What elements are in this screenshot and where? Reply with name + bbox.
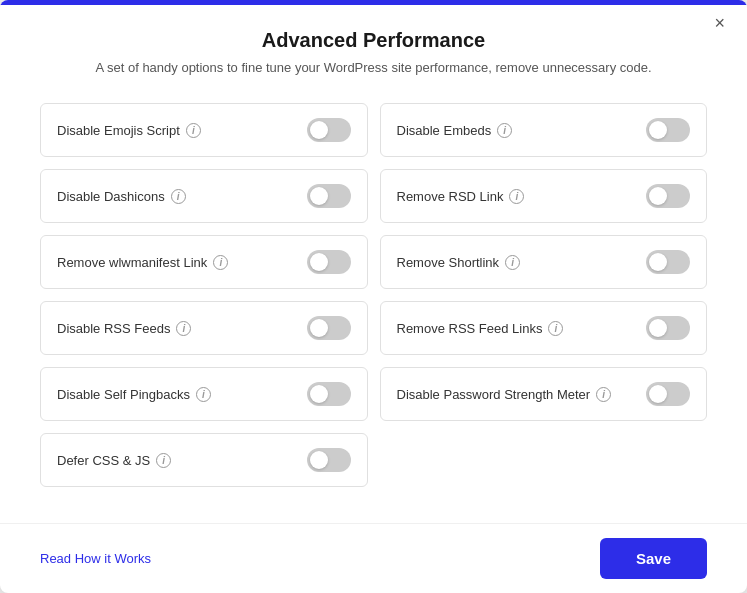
option-label-text-disable-dashicons: Disable Dashicons <box>57 189 165 204</box>
option-item-disable-rss-feeds: Disable RSS Feedsi <box>40 301 368 355</box>
option-label-text-remove-rsd-link: Remove RSD Link <box>397 189 504 204</box>
option-item-disable-dashicons: Disable Dashiconsi <box>40 169 368 223</box>
modal-footer: Read How it Works Save <box>0 523 747 593</box>
option-label-text-disable-rss-feeds: Disable RSS Feeds <box>57 321 170 336</box>
toggle-remove-wlwmanifest[interactable] <box>307 250 351 274</box>
info-icon-disable-emojis[interactable]: i <box>186 123 201 138</box>
toggle-disable-password-strength[interactable] <box>646 382 690 406</box>
info-icon-disable-embeds[interactable]: i <box>497 123 512 138</box>
modal-subtitle: A set of handy options to fine tune your… <box>40 60 707 75</box>
option-label-disable-dashicons: Disable Dashiconsi <box>57 189 186 204</box>
toggle-remove-rss-feed-links[interactable] <box>646 316 690 340</box>
toggle-disable-rss-feeds[interactable] <box>307 316 351 340</box>
info-icon-defer-css-js[interactable]: i <box>156 453 171 468</box>
option-label-disable-self-pingbacks: Disable Self Pingbacksi <box>57 387 211 402</box>
option-label-text-remove-wlwmanifest: Remove wlwmanifest Link <box>57 255 207 270</box>
option-item-disable-password-strength: Disable Password Strength Meteri <box>380 367 708 421</box>
option-label-disable-rss-feeds: Disable RSS Feedsi <box>57 321 191 336</box>
option-label-text-disable-self-pingbacks: Disable Self Pingbacks <box>57 387 190 402</box>
option-label-defer-css-js: Defer CSS & JSi <box>57 453 171 468</box>
toggle-defer-css-js[interactable] <box>307 448 351 472</box>
modal-title: Advanced Performance <box>40 29 707 52</box>
option-label-disable-password-strength: Disable Password Strength Meteri <box>397 387 612 402</box>
option-label-remove-rsd-link: Remove RSD Linki <box>397 189 525 204</box>
option-item-remove-shortlink: Remove Shortlinki <box>380 235 708 289</box>
option-label-text-disable-embeds: Disable Embeds <box>397 123 492 138</box>
modal-body: Disable Emojis ScriptiDisable EmbedsiDis… <box>0 83 747 523</box>
advanced-performance-modal: × Advanced Performance A set of handy op… <box>0 0 747 593</box>
option-item-remove-rss-feed-links: Remove RSS Feed Linksi <box>380 301 708 355</box>
toggle-disable-dashicons[interactable] <box>307 184 351 208</box>
read-how-it-works-link[interactable]: Read How it Works <box>40 551 151 566</box>
info-icon-disable-password-strength[interactable]: i <box>596 387 611 402</box>
info-icon-remove-rss-feed-links[interactable]: i <box>548 321 563 336</box>
toggle-disable-emojis[interactable] <box>307 118 351 142</box>
option-label-disable-emojis: Disable Emojis Scripti <box>57 123 201 138</box>
info-icon-disable-dashicons[interactable]: i <box>171 189 186 204</box>
option-label-remove-shortlink: Remove Shortlinki <box>397 255 521 270</box>
option-item-defer-css-js: Defer CSS & JSi <box>40 433 368 487</box>
option-label-text-remove-rss-feed-links: Remove RSS Feed Links <box>397 321 543 336</box>
option-item-remove-rsd-link: Remove RSD Linki <box>380 169 708 223</box>
option-label-remove-wlwmanifest: Remove wlwmanifest Linki <box>57 255 228 270</box>
option-item-remove-wlwmanifest: Remove wlwmanifest Linki <box>40 235 368 289</box>
toggle-remove-rsd-link[interactable] <box>646 184 690 208</box>
option-item-disable-self-pingbacks: Disable Self Pingbacksi <box>40 367 368 421</box>
info-icon-remove-rsd-link[interactable]: i <box>509 189 524 204</box>
toggle-disable-self-pingbacks[interactable] <box>307 382 351 406</box>
info-icon-disable-self-pingbacks[interactable]: i <box>196 387 211 402</box>
option-label-text-defer-css-js: Defer CSS & JS <box>57 453 150 468</box>
save-button[interactable]: Save <box>600 538 707 579</box>
modal-header: Advanced Performance A set of handy opti… <box>0 5 747 83</box>
toggle-disable-embeds[interactable] <box>646 118 690 142</box>
toggle-remove-shortlink[interactable] <box>646 250 690 274</box>
options-grid: Disable Emojis ScriptiDisable EmbedsiDis… <box>40 103 707 487</box>
option-label-text-remove-shortlink: Remove Shortlink <box>397 255 500 270</box>
info-icon-remove-shortlink[interactable]: i <box>505 255 520 270</box>
option-item-disable-embeds: Disable Embedsi <box>380 103 708 157</box>
option-item-disable-emojis: Disable Emojis Scripti <box>40 103 368 157</box>
info-icon-disable-rss-feeds[interactable]: i <box>176 321 191 336</box>
option-label-text-disable-password-strength: Disable Password Strength Meter <box>397 387 591 402</box>
close-button[interactable]: × <box>708 12 731 34</box>
option-label-disable-embeds: Disable Embedsi <box>397 123 513 138</box>
option-label-text-disable-emojis: Disable Emojis Script <box>57 123 180 138</box>
option-label-remove-rss-feed-links: Remove RSS Feed Linksi <box>397 321 564 336</box>
info-icon-remove-wlwmanifest[interactable]: i <box>213 255 228 270</box>
